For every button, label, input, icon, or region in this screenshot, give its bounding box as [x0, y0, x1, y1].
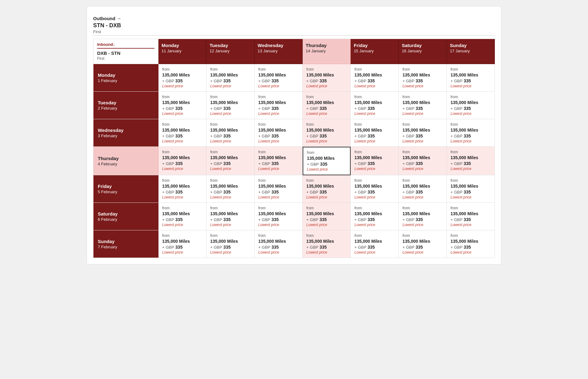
- price-cell-r6-c4[interactable]: from 135,000 Miles + GBP 335 Lowest pric…: [351, 230, 399, 258]
- plus-label: + GBP: [354, 217, 366, 222]
- price-cell-r3-c4[interactable]: from 135,000 Miles + GBP 335 Lowest pric…: [351, 147, 399, 175]
- price-cell-r3-c0[interactable]: from 135,000 Miles + GBP 335 Lowest pric…: [158, 147, 206, 175]
- price-cell-r0-c1[interactable]: from 135,000 Miles + GBP 335 Lowest pric…: [206, 64, 254, 92]
- col-header-col-fri: Friday15 January: [351, 39, 399, 64]
- lowest-price-label: Lowest price: [162, 111, 202, 116]
- price-cell-r3-c3[interactable]: from 135,000 Miles + GBP 335 Lowest pric…: [303, 147, 351, 175]
- price-cell-r0-c0[interactable]: from 135,000 Miles + GBP 335 Lowest pric…: [158, 64, 206, 92]
- price-cell-r5-c1[interactable]: from 135,000 Miles + GBP 335 Lowest pric…: [206, 203, 254, 230]
- row-day-name: Thursday: [98, 156, 154, 161]
- from-label: from: [306, 178, 347, 183]
- miles-value: 135,000 Miles: [307, 156, 335, 161]
- row-day-name: Wednesday: [98, 128, 154, 133]
- price-cell-r5-c5[interactable]: from 135,000 Miles + GBP 335 Lowest pric…: [399, 203, 447, 230]
- gbp-line: + GBP 335: [210, 190, 250, 194]
- price-cell-r6-c3[interactable]: from 135,000 Miles + GBP 335 Lowest pric…: [303, 230, 351, 258]
- price-cell-r0-c6[interactable]: from 135,000 Miles + GBP 335 Lowest pric…: [447, 64, 495, 92]
- gbp-line: + GBP 335: [451, 161, 491, 166]
- price-cell-r1-c3[interactable]: from 135,000 Miles + GBP 335 Lowest pric…: [303, 92, 351, 119]
- price-cell-r2-c1[interactable]: from 135,000 Miles + GBP 335 Lowest pric…: [206, 119, 254, 147]
- price-cell-r0-c2[interactable]: from 135,000 Miles + GBP 335 Lowest pric…: [255, 64, 303, 92]
- gbp-line: + GBP 335: [354, 106, 395, 111]
- gbp-line: + GBP 335: [354, 78, 395, 83]
- price-cell-r4-c2[interactable]: from 135,000 Miles + GBP 335 Lowest pric…: [255, 175, 303, 203]
- gbp-amount: 335: [175, 133, 183, 138]
- price-cell-r5-c0[interactable]: from 135,000 Miles + GBP 335 Lowest pric…: [158, 203, 206, 230]
- from-label: from: [354, 122, 395, 127]
- plus-label: + GBP: [354, 134, 366, 138]
- from-label: from: [451, 95, 491, 99]
- miles-value: 135,000 Miles: [354, 100, 382, 105]
- plus-label: + GBP: [306, 190, 318, 194]
- gbp-amount: 335: [271, 106, 279, 111]
- miles-value: 135,000 Miles: [210, 239, 238, 244]
- price-cell-r1-c1[interactable]: from 135,000 Miles + GBP 335 Lowest pric…: [206, 92, 254, 119]
- from-label: from: [258, 206, 299, 210]
- price-cell-r1-c0[interactable]: from 135,000 Miles + GBP 335 Lowest pric…: [158, 92, 206, 119]
- price-cell-r4-c6[interactable]: from 135,000 Miles + GBP 335 Lowest pric…: [447, 175, 495, 203]
- price-cell-r0-c3[interactable]: from 135,000 Miles + GBP 335 Lowest pric…: [303, 64, 351, 92]
- gbp-amount: 335: [416, 190, 423, 194]
- price-cell-r4-c4[interactable]: from 135,000 Miles + GBP 335 Lowest pric…: [351, 175, 399, 203]
- price-cell-r6-c1[interactable]: from 135,000 Miles + GBP 335 Lowest pric…: [206, 230, 254, 258]
- price-cell-r6-c5[interactable]: from 135,000 Miles + GBP 335 Lowest pric…: [399, 230, 447, 258]
- col-day-name: Saturday: [402, 43, 443, 48]
- price-cell-r2-c2[interactable]: from 135,000 Miles + GBP 335 Lowest pric…: [255, 119, 303, 147]
- price-cell-r1-c6[interactable]: from 135,000 Miles + GBP 335 Lowest pric…: [447, 92, 495, 119]
- gbp-line: + GBP 335: [258, 217, 299, 222]
- plus-label: + GBP: [354, 161, 366, 166]
- from-label: from: [354, 67, 395, 72]
- plus-label: + GBP: [162, 79, 174, 83]
- price-cell-r1-c2[interactable]: from 135,000 Miles + GBP 335 Lowest pric…: [255, 92, 303, 119]
- price-cell-r5-c4[interactable]: from 135,000 Miles + GBP 335 Lowest pric…: [351, 203, 399, 230]
- miles-value: 135,000 Miles: [451, 100, 478, 105]
- price-cell-r6-c6[interactable]: from 135,000 Miles + GBP 335 Lowest pric…: [447, 230, 495, 258]
- col-day-name: Monday: [162, 43, 203, 48]
- price-cell-r5-c3[interactable]: from 135,000 Miles + GBP 335 Lowest pric…: [303, 203, 351, 230]
- price-cell-r4-c1[interactable]: from 135,000 Miles + GBP 335 Lowest pric…: [206, 175, 254, 203]
- col-day-name: Thursday: [306, 43, 347, 48]
- lowest-price-label: Lowest price: [402, 223, 443, 227]
- price-cell-r3-c2[interactable]: from 135,000 Miles + GBP 335 Lowest pric…: [255, 147, 303, 175]
- price-cell-r6-c0[interactable]: from 135,000 Miles + GBP 335 Lowest pric…: [158, 230, 206, 258]
- price-cell-r0-c5[interactable]: from 135,000 Miles + GBP 335 Lowest pric…: [399, 64, 447, 92]
- lowest-price-label: Lowest price: [210, 195, 250, 199]
- gbp-amount: 335: [319, 133, 326, 138]
- miles-value: 135,000 Miles: [306, 72, 334, 77]
- plus-label: + GBP: [210, 190, 222, 194]
- gbp-line: + GBP 335: [354, 217, 395, 222]
- price-cell-r3-c6[interactable]: from 135,000 Miles + GBP 335 Lowest pric…: [447, 147, 495, 175]
- price-cell-r6-c2[interactable]: from 135,000 Miles + GBP 335 Lowest pric…: [255, 230, 303, 258]
- outbound-header: Outbound → STN - DXB First: [93, 13, 495, 36]
- price-cell-r2-c6[interactable]: from 135,000 Miles + GBP 335 Lowest pric…: [447, 119, 495, 147]
- plus-label: + GBP: [258, 190, 270, 194]
- gbp-amount: 335: [464, 190, 471, 194]
- gbp-line: + GBP 335: [258, 78, 299, 83]
- gbp-line: + GBP 335: [306, 78, 347, 83]
- from-label: from: [258, 150, 299, 154]
- gbp-amount: 335: [319, 106, 326, 111]
- row-day-date: 6 February: [98, 217, 154, 222]
- price-cell-r2-c5[interactable]: from 135,000 Miles + GBP 335 Lowest pric…: [399, 119, 447, 147]
- miles-value: 135,000 Miles: [210, 100, 238, 105]
- price-cell-r4-c5[interactable]: from 135,000 Miles + GBP 335 Lowest pric…: [399, 175, 447, 203]
- inbound-cabin: First: [97, 56, 154, 61]
- price-cell-r3-c1[interactable]: from 135,000 Miles + GBP 335 Lowest pric…: [206, 147, 254, 175]
- price-cell-r5-c6[interactable]: from 135,000 Miles + GBP 335 Lowest pric…: [447, 203, 495, 230]
- from-label: from: [307, 150, 346, 155]
- price-cell-r0-c4[interactable]: from 135,000 Miles + GBP 335 Lowest pric…: [351, 64, 399, 92]
- plus-label: + GBP: [402, 161, 414, 166]
- price-cell-r1-c4[interactable]: from 135,000 Miles + GBP 335 Lowest pric…: [351, 92, 399, 119]
- price-cell-r4-c0[interactable]: from 135,000 Miles + GBP 335 Lowest pric…: [158, 175, 206, 203]
- price-cell-r2-c3[interactable]: from 135,000 Miles + GBP 335 Lowest pric…: [303, 119, 351, 147]
- gbp-amount: 335: [416, 245, 423, 250]
- price-cell-r2-c0[interactable]: from 135,000 Miles + GBP 335 Lowest pric…: [158, 119, 206, 147]
- plus-label: + GBP: [354, 79, 366, 83]
- gbp-line: + GBP 335: [451, 106, 491, 111]
- price-cell-r3-c5[interactable]: from 135,000 Miles + GBP 335 Lowest pric…: [399, 147, 447, 175]
- price-cell-r4-c3[interactable]: from 135,000 Miles + GBP 335 Lowest pric…: [303, 175, 351, 203]
- price-cell-r1-c5[interactable]: from 135,000 Miles + GBP 335 Lowest pric…: [399, 92, 447, 119]
- price-cell-r5-c2[interactable]: from 135,000 Miles + GBP 335 Lowest pric…: [255, 203, 303, 230]
- price-cell-r2-c4[interactable]: from 135,000 Miles + GBP 335 Lowest pric…: [351, 119, 399, 147]
- gbp-amount: 335: [319, 190, 326, 194]
